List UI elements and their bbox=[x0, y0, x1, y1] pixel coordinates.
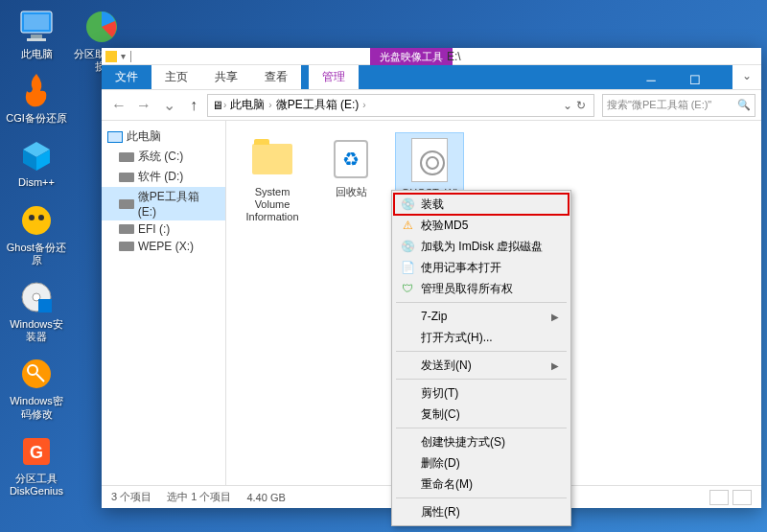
pie-icon bbox=[82, 8, 121, 46]
ctx-separator bbox=[396, 351, 567, 352]
note-icon: 📄 bbox=[400, 260, 415, 275]
status-size: 4.40 GB bbox=[246, 492, 285, 503]
pc-icon bbox=[107, 131, 123, 143]
context-tab-label: 光盘映像工具 bbox=[370, 48, 453, 65]
status-count: 3 个项目 bbox=[111, 490, 151, 504]
svg-text:G: G bbox=[30, 443, 43, 462]
window-title: E:\ bbox=[447, 50, 461, 63]
ctx-notepad[interactable]: 📄使用记事本打开 bbox=[394, 257, 569, 278]
fire-icon bbox=[17, 72, 56, 110]
ctx-separator bbox=[396, 379, 567, 380]
ribbon-tab-view[interactable]: 查看 bbox=[251, 65, 301, 89]
nav-recent-button[interactable]: ⌄ bbox=[157, 94, 180, 117]
addr-dropdown-icon[interactable]: ⌄ bbox=[563, 99, 572, 112]
file-item-folder-svi[interactable]: System Volume Information bbox=[238, 132, 307, 228]
ribbon-tab-share[interactable]: 共享 bbox=[201, 65, 251, 89]
sidebar-drive-e[interactable]: 微PE工具箱 (E:) bbox=[102, 187, 225, 220]
chevron-right-icon: ▶ bbox=[551, 360, 559, 371]
address-bar[interactable]: 🖥 › 此电脑 › 微PE工具箱 (E:) › ⌄ ↻ bbox=[207, 94, 594, 117]
desktop-icon-win-password[interactable]: Windows密码修改 bbox=[6, 355, 67, 420]
ctx-separator bbox=[396, 497, 567, 498]
ctx-copy[interactable]: 复制(C) bbox=[394, 404, 569, 425]
iso-icon bbox=[411, 138, 448, 182]
nav-back-button[interactable]: ← bbox=[107, 94, 130, 117]
sidebar-drive-x[interactable]: WEPE (X:) bbox=[102, 238, 225, 255]
ctx-sendto[interactable]: 发送到(N)▶ bbox=[394, 355, 569, 376]
disk-icon bbox=[119, 199, 134, 209]
address-bar-row: ← → ⌄ ↑ 🖥 › 此电脑 › 微PE工具箱 (E:) › ⌄ ↻ 搜索"微… bbox=[102, 90, 761, 121]
breadcrumb-seg[interactable]: 微PE工具箱 (E:) bbox=[272, 97, 363, 113]
recycle-icon bbox=[334, 140, 368, 178]
ribbon-tab-manage[interactable]: 管理 bbox=[309, 65, 359, 89]
pc-small-icon: 🖥 bbox=[212, 99, 223, 112]
sidebar-drive-efi[interactable]: EFI (:) bbox=[102, 220, 225, 238]
disc-icon: 💿 bbox=[400, 197, 415, 212]
sidebar-drive-c[interactable]: 系统 (C:) bbox=[102, 147, 225, 167]
disc-icon: 💿 bbox=[400, 239, 415, 254]
ctx-separator bbox=[396, 302, 567, 303]
svg-point-4 bbox=[22, 206, 51, 235]
disk-icon bbox=[119, 152, 134, 162]
search-input[interactable]: 搜索"微PE工具箱 (E:)" 🔍 bbox=[602, 94, 755, 117]
ctx-delete[interactable]: 删除(D) bbox=[394, 452, 569, 474]
ribbon-tab-home[interactable]: 主页 bbox=[151, 65, 201, 89]
ctx-imdisk[interactable]: 💿加载为 ImDisk 虚拟磁盘 bbox=[394, 236, 569, 257]
box-icon bbox=[17, 136, 56, 174]
disk-icon bbox=[119, 242, 134, 251]
nav-forward-button[interactable]: → bbox=[132, 94, 155, 117]
search-icon: 🔍 bbox=[737, 99, 751, 111]
ctx-md5[interactable]: ⚠校验MD5 bbox=[394, 215, 569, 236]
context-menu: 💿装载 ⚠校验MD5 💿加载为 ImDisk 虚拟磁盘 📄使用记事本打开 🛡管理… bbox=[391, 190, 571, 526]
svg-point-5 bbox=[29, 215, 35, 220]
ctx-properties[interactable]: 属性(R) bbox=[394, 501, 569, 522]
view-details-button[interactable] bbox=[709, 490, 729, 505]
ctx-shortcut[interactable]: 创建快捷方式(S) bbox=[394, 431, 569, 452]
view-icons-button[interactable] bbox=[732, 490, 752, 505]
desktop-icon-dism[interactable]: Dism++ bbox=[6, 136, 67, 189]
shield-icon: 🛡 bbox=[400, 281, 415, 296]
ribbon-tab-file[interactable]: 文件 bbox=[102, 65, 151, 89]
warn-icon: ⚠ bbox=[400, 218, 415, 233]
nav-up-button[interactable]: ↑ bbox=[182, 94, 205, 117]
pc-icon bbox=[17, 8, 56, 46]
svg-rect-1 bbox=[24, 14, 49, 30]
disk-icon bbox=[119, 173, 134, 182]
desktop-icon-diskgenius[interactable]: G 分区工具DiskGenius bbox=[6, 432, 67, 497]
file-item-recycle[interactable]: 回收站 bbox=[316, 132, 385, 202]
sidebar-drive-d[interactable]: 软件 (D:) bbox=[102, 167, 225, 187]
breadcrumb-seg[interactable]: 此电脑 bbox=[226, 97, 268, 113]
ribbon-collapse-icon[interactable]: ⌄ bbox=[732, 65, 761, 89]
ctx-admin-own[interactable]: 🛡管理员取得所有权 bbox=[394, 278, 569, 299]
svg-rect-3 bbox=[27, 38, 46, 41]
ctx-separator bbox=[396, 428, 567, 428]
desktop-icon-this-pc[interactable]: 此电脑 bbox=[6, 8, 67, 60]
ctx-rename[interactable]: 重命名(M) bbox=[394, 474, 569, 495]
qat-row: ▾ │ 光盘映像工具 E:\ bbox=[102, 48, 761, 65]
ctx-cut[interactable]: 剪切(T) bbox=[394, 382, 569, 404]
nav-sidebar: 此电脑 系统 (C:) 软件 (D:) 微PE工具箱 (E:) EFI (:) … bbox=[102, 121, 226, 485]
svg-rect-2 bbox=[31, 35, 42, 38]
ctx-mount[interactable]: 💿装载 bbox=[394, 194, 569, 215]
desktop-icon-cgi-backup[interactable]: CGI备份还原 bbox=[6, 72, 67, 125]
cd-icon bbox=[17, 278, 56, 316]
status-selected: 选中 1 个项目 bbox=[167, 490, 231, 504]
svg-point-6 bbox=[38, 215, 44, 220]
chevron-right-icon: ▶ bbox=[551, 312, 559, 322]
ctx-7zip[interactable]: 7-Zip▶ bbox=[394, 306, 569, 327]
sidebar-this-pc[interactable]: 此电脑 bbox=[102, 127, 225, 147]
folder-icon bbox=[252, 144, 292, 174]
desktop-icon-win-installer[interactable]: Windows安装器 bbox=[6, 278, 67, 343]
svg-rect-9 bbox=[38, 299, 52, 312]
ghost-icon bbox=[17, 201, 56, 240]
ribbon-tabs: 文件 主页 共享 查看 管理 ⌄ bbox=[102, 65, 761, 90]
diskgenius-icon: G bbox=[17, 432, 56, 471]
desktop-icon-ghost-backup[interactable]: Ghost备份还原 bbox=[6, 201, 67, 266]
folder-small-icon bbox=[105, 51, 117, 62]
disk-icon bbox=[119, 224, 134, 234]
refresh-button[interactable]: ↻ bbox=[572, 99, 590, 112]
key-icon bbox=[17, 355, 56, 393]
ctx-openwith[interactable]: 打开方式(H)... bbox=[394, 327, 569, 348]
